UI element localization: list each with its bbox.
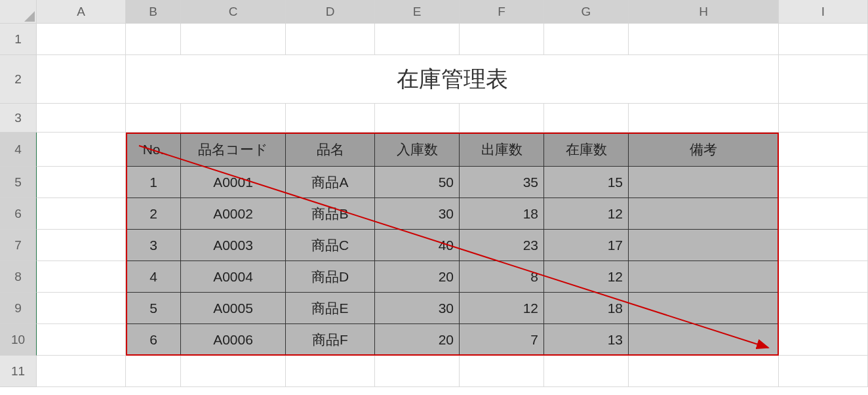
cell-f11[interactable] bbox=[460, 356, 544, 387]
col-head-f[interactable]: F bbox=[460, 0, 544, 24]
row-head-11[interactable]: 11 bbox=[0, 356, 37, 387]
th-remarks[interactable]: 備考 bbox=[629, 133, 779, 167]
cell-a10[interactable] bbox=[37, 324, 126, 356]
data-code-1[interactable]: A0002 bbox=[181, 198, 286, 230]
row-head-10[interactable]: 10 bbox=[0, 324, 37, 356]
cell-g1[interactable] bbox=[544, 24, 629, 55]
cell-a1[interactable] bbox=[37, 24, 126, 55]
th-no[interactable]: No. bbox=[126, 133, 181, 167]
cell-d1[interactable] bbox=[286, 24, 375, 55]
col-head-h[interactable]: H bbox=[629, 0, 779, 24]
cell-c11[interactable] bbox=[181, 356, 286, 387]
col-head-c[interactable]: C bbox=[181, 0, 286, 24]
cell-i11[interactable] bbox=[779, 356, 868, 387]
data-no-0[interactable]: 1 bbox=[126, 167, 181, 198]
data-in-1[interactable]: 30 bbox=[375, 198, 460, 230]
cell-i1[interactable] bbox=[779, 24, 868, 55]
row-head-2[interactable]: 2 bbox=[0, 55, 37, 104]
data-no-3[interactable]: 4 bbox=[126, 261, 181, 293]
col-head-b[interactable]: B bbox=[126, 0, 181, 24]
cell-i8[interactable] bbox=[779, 261, 868, 293]
cell-e1[interactable] bbox=[375, 24, 460, 55]
data-name-2[interactable]: 商品C bbox=[286, 230, 375, 261]
col-head-a[interactable]: A bbox=[37, 0, 126, 24]
data-in-3[interactable]: 20 bbox=[375, 261, 460, 293]
data-out-2[interactable]: 23 bbox=[460, 230, 544, 261]
data-stock-4[interactable]: 18 bbox=[544, 293, 629, 324]
data-in-0[interactable]: 50 bbox=[375, 167, 460, 198]
cell-i5[interactable] bbox=[779, 167, 868, 198]
data-code-2[interactable]: A0003 bbox=[181, 230, 286, 261]
cell-i4[interactable] bbox=[779, 133, 868, 167]
cell-e3[interactable] bbox=[375, 104, 460, 133]
th-name[interactable]: 品名 bbox=[286, 133, 375, 167]
row-head-1[interactable]: 1 bbox=[0, 24, 37, 55]
data-stock-3[interactable]: 12 bbox=[544, 261, 629, 293]
cell-c3[interactable] bbox=[181, 104, 286, 133]
data-stock-2[interactable]: 17 bbox=[544, 230, 629, 261]
data-name-5[interactable]: 商品F bbox=[286, 324, 375, 356]
th-in[interactable]: 入庫数 bbox=[375, 133, 460, 167]
row-head-3[interactable]: 3 bbox=[0, 104, 37, 133]
data-out-1[interactable]: 18 bbox=[460, 198, 544, 230]
cell-i6[interactable] bbox=[779, 198, 868, 230]
row-head-7[interactable]: 7 bbox=[0, 230, 37, 261]
data-code-3[interactable]: A0004 bbox=[181, 261, 286, 293]
data-remarks-4[interactable] bbox=[629, 293, 779, 324]
data-in-5[interactable]: 20 bbox=[375, 324, 460, 356]
data-stock-0[interactable]: 15 bbox=[544, 167, 629, 198]
th-out[interactable]: 出庫数 bbox=[460, 133, 544, 167]
th-code[interactable]: 品名コード bbox=[181, 133, 286, 167]
row-head-5[interactable]: 5 bbox=[0, 167, 37, 198]
cell-a11[interactable] bbox=[37, 356, 126, 387]
data-no-2[interactable]: 3 bbox=[126, 230, 181, 261]
cell-i10[interactable] bbox=[779, 324, 868, 356]
cell-i3[interactable] bbox=[779, 104, 868, 133]
col-head-e[interactable]: E bbox=[375, 0, 460, 24]
cell-a7[interactable] bbox=[37, 230, 126, 261]
data-out-0[interactable]: 35 bbox=[460, 167, 544, 198]
cell-h1[interactable] bbox=[629, 24, 779, 55]
cell-a3[interactable] bbox=[37, 104, 126, 133]
data-code-0[interactable]: A0001 bbox=[181, 167, 286, 198]
data-name-3[interactable]: 商品D bbox=[286, 261, 375, 293]
cell-a9[interactable] bbox=[37, 293, 126, 324]
data-name-1[interactable]: 商品B bbox=[286, 198, 375, 230]
cell-a5[interactable] bbox=[37, 167, 126, 198]
data-no-4[interactable]: 5 bbox=[126, 293, 181, 324]
data-code-5[interactable]: A0006 bbox=[181, 324, 286, 356]
cell-a4[interactable] bbox=[37, 133, 126, 167]
cell-b1[interactable] bbox=[126, 24, 181, 55]
data-code-4[interactable]: A0005 bbox=[181, 293, 286, 324]
data-stock-1[interactable]: 12 bbox=[544, 198, 629, 230]
data-remarks-5[interactable] bbox=[629, 324, 779, 356]
select-all-corner[interactable] bbox=[0, 0, 37, 24]
col-head-d[interactable]: D bbox=[286, 0, 375, 24]
data-remarks-2[interactable] bbox=[629, 230, 779, 261]
cell-h3[interactable] bbox=[629, 104, 779, 133]
data-remarks-3[interactable] bbox=[629, 261, 779, 293]
row-head-6[interactable]: 6 bbox=[0, 198, 37, 230]
cell-h11[interactable] bbox=[629, 356, 779, 387]
data-stock-5[interactable]: 13 bbox=[544, 324, 629, 356]
row-head-8[interactable]: 8 bbox=[0, 261, 37, 293]
cell-e11[interactable] bbox=[375, 356, 460, 387]
data-remarks-0[interactable] bbox=[629, 167, 779, 198]
cell-i7[interactable] bbox=[779, 230, 868, 261]
cell-c1[interactable] bbox=[181, 24, 286, 55]
title-cell[interactable]: 在庫管理表 bbox=[126, 55, 779, 104]
row-head-9[interactable]: 9 bbox=[0, 293, 37, 324]
col-head-i[interactable]: I bbox=[779, 0, 868, 24]
cell-f1[interactable] bbox=[460, 24, 544, 55]
th-stock[interactable]: 在庫数 bbox=[544, 133, 629, 167]
cell-b3[interactable] bbox=[126, 104, 181, 133]
data-in-4[interactable]: 30 bbox=[375, 293, 460, 324]
cell-a2[interactable] bbox=[37, 55, 126, 104]
cell-d11[interactable] bbox=[286, 356, 375, 387]
data-no-1[interactable]: 2 bbox=[126, 198, 181, 230]
cell-g3[interactable] bbox=[544, 104, 629, 133]
data-out-5[interactable]: 7 bbox=[460, 324, 544, 356]
cell-d3[interactable] bbox=[286, 104, 375, 133]
cell-f3[interactable] bbox=[460, 104, 544, 133]
col-head-g[interactable]: G bbox=[544, 0, 629, 24]
